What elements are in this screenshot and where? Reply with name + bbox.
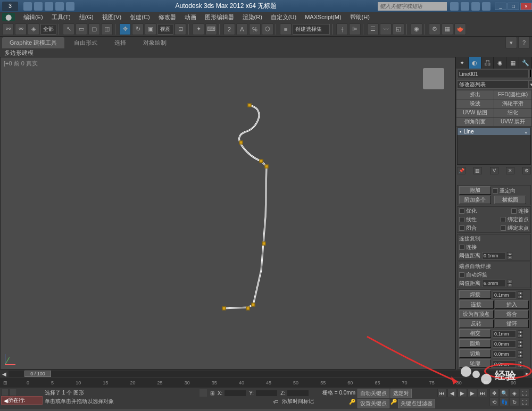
mod-tessellate[interactable]: 细化 [494, 108, 531, 117]
bind-icon[interactable]: ◈ [28, 23, 39, 35]
coord-y[interactable] [256, 390, 277, 396]
insert-button[interactable]: 插入 [495, 300, 529, 309]
cross-val[interactable] [493, 330, 516, 338]
tab-motion-icon[interactable]: ◉ [494, 57, 506, 69]
scale-icon[interactable]: ▣ [145, 23, 156, 35]
now-button[interactable]: ◀ 所在行: [1, 396, 43, 405]
weld-threshold-input[interactable] [482, 280, 505, 287]
config-icon[interactable]: ⚙ [522, 167, 531, 174]
setkey-button[interactable]: 设置关键点 [358, 399, 389, 408]
spline-vertex[interactable] [252, 303, 255, 307]
mod-ffd[interactable]: FFD(圆柱体) [494, 90, 531, 99]
autokey-button[interactable]: 自动关键点 [358, 389, 389, 398]
spin-down-icon[interactable]: ▾ [507, 283, 512, 287]
mod-noise[interactable]: 噪波 [456, 99, 494, 108]
mod-turbo[interactable]: 涡轮平滑 [494, 99, 531, 108]
region-icon[interactable]: ▢ [88, 23, 100, 35]
minimize-button[interactable]: _ [495, 3, 506, 10]
select-name-icon[interactable]: ▭ [76, 23, 87, 35]
mod-extrude[interactable]: 挤出 [456, 90, 494, 99]
expand-icon[interactable]: ▪ [460, 129, 462, 135]
fillet-button[interactable]: 圆角 [459, 339, 491, 348]
time-thumb[interactable]: 0 / 100 [24, 371, 51, 377]
nav-pan-icon[interactable]: ✥ [489, 389, 499, 397]
goto-end-icon[interactable]: ⏭ [478, 389, 487, 397]
spline-vertex[interactable] [246, 307, 250, 311]
snap2d-icon[interactable]: 2 [223, 23, 235, 35]
menu-edit[interactable]: 编辑(E) [19, 13, 47, 21]
nav-max2-icon[interactable]: ⛶ [520, 398, 529, 406]
ribbon-panel[interactable]: 多边形建模 [0, 48, 532, 57]
close-button[interactable]: × [520, 3, 532, 10]
closed-check[interactable] [459, 225, 464, 231]
align-icon[interactable]: ⊫ [349, 23, 361, 35]
keyfilters[interactable]: 关键点过滤器 [398, 399, 435, 408]
qat-new-icon[interactable] [23, 2, 32, 11]
render-setup-icon[interactable]: ⚙ [429, 23, 440, 35]
anglesnap-icon[interactable]: A [236, 23, 248, 35]
lock-icon[interactable]: ⌄ [524, 129, 528, 135]
selected-drop[interactable]: 选定对 [390, 389, 412, 398]
cross-button[interactable]: 相交 [459, 329, 491, 338]
chamfer-button[interactable]: 切角 [459, 349, 491, 358]
spline-vertex[interactable] [265, 165, 269, 169]
tab-display-icon[interactable]: ▦ [506, 57, 519, 69]
weld-val[interactable] [493, 291, 516, 299]
trackbar[interactable]: ⊞ 051015202530354045505560657075808590 [0, 378, 532, 388]
cross-section-button[interactable]: 横截面 [494, 196, 526, 204]
show-icon[interactable]: ▥ [473, 167, 482, 174]
render-frame-icon[interactable]: ▦ [442, 23, 453, 35]
schematic-icon[interactable]: ◱ [393, 23, 404, 35]
spline-vertex[interactable] [239, 141, 243, 145]
makefirst-button[interactable]: 设为首顶点 [459, 310, 494, 318]
fuse-button[interactable]: 熔合 [495, 310, 529, 318]
selection-filter[interactable]: 全部 [40, 24, 56, 35]
cycle-button[interactable]: 循环 [495, 320, 529, 328]
outline-val[interactable] [493, 360, 516, 368]
menu-create[interactable]: 创建(C) [126, 13, 154, 21]
question-icon[interactable] [482, 2, 491, 11]
maximize-button[interactable]: □ [508, 3, 519, 10]
linear-check[interactable] [459, 217, 464, 222]
threshold-input[interactable] [482, 252, 505, 259]
key-icon2[interactable]: 🔑 [390, 399, 397, 408]
reverse-button[interactable]: 反转 [459, 320, 494, 328]
menu-help[interactable]: 帮助(H) [346, 13, 374, 21]
prev-frame-icon[interactable]: ◀ [447, 389, 457, 397]
tab-modify-icon[interactable]: ◐ [469, 57, 481, 69]
time-slider[interactable]: ◀ 0 / 100 ▶ [0, 370, 532, 378]
link-icon[interactable]: ⚯ [2, 23, 14, 35]
color-swatch[interactable] [530, 70, 531, 77]
move-icon[interactable]: ✥ [119, 23, 131, 35]
layers-icon[interactable]: ☰ [367, 23, 379, 35]
pin-icon[interactable]: 📌 [457, 167, 466, 174]
named-set[interactable]: 创建选择集 [293, 24, 330, 35]
grid-icon[interactable]: ⊞ [210, 390, 214, 396]
bindfirst-check[interactable] [501, 217, 506, 222]
nav-walk-icon[interactable]: 👣 [500, 398, 509, 406]
tag-icon[interactable]: 🏷 [273, 399, 279, 405]
add-time-tag[interactable]: 添加时间标记 [282, 398, 314, 405]
modifier-list[interactable] [457, 80, 529, 89]
next-frame-icon[interactable]: ▶ [468, 389, 477, 397]
nav-orbit-icon[interactable]: ⟲ [489, 398, 499, 406]
ref-coord[interactable]: 视图 [157, 24, 173, 35]
tab-hierarchy-icon[interactable]: 品 [481, 57, 494, 69]
mod-uvw[interactable]: UVW 贴图 [456, 108, 494, 117]
chamfer-val[interactable] [493, 350, 516, 358]
tab-create-icon[interactable]: ✦ [456, 57, 469, 69]
outline-button[interactable]: 轮廓 [459, 359, 491, 368]
opt-check[interactable] [459, 208, 464, 214]
menu-render[interactable]: 渲染(R) [238, 13, 267, 21]
spline-vertex[interactable] [222, 307, 226, 311]
menu-group[interactable]: 组(G) [75, 13, 98, 21]
tab-utility-icon[interactable]: 🔧 [519, 57, 532, 69]
coord-z[interactable] [287, 390, 309, 396]
rotate-icon[interactable]: ↻ [132, 23, 144, 35]
ribbon-tab-graphite[interactable]: Graphite 建模工具 [2, 37, 64, 48]
pctsnap-icon[interactable]: % [249, 23, 261, 35]
goto-start-icon[interactable]: ⏮ [437, 389, 447, 397]
spline-vertex[interactable] [262, 242, 266, 246]
ribbon-min-icon[interactable]: ▾ [505, 37, 517, 48]
ribbon-tab-paint[interactable]: 对象绘制 [136, 37, 174, 48]
